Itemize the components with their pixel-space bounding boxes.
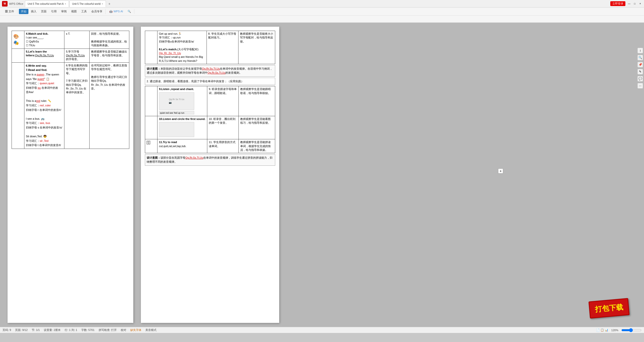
read-find: 7.Read and find. <box>26 68 63 72</box>
right-table: Get up and run.🏃 学习词汇：up,run 归纳字母u在单词中的发… <box>145 31 275 64</box>
status-cursor: 行: 1 列: 1 <box>65 328 77 332</box>
tab-1-label: Unit 5 The colourful world Part A <box>28 3 64 5</box>
table-row: 6.Write and say. 7.Read and find. She is… <box>12 62 129 149</box>
cell-teacher-chant: 教师观察学生是否能跟唱歌谣，给与指导和鼓励。 <box>239 86 275 116</box>
ruler-vocab: 学习词汇：red ,ruler <box>26 103 63 108</box>
zoom-slider[interactable] <box>621 328 641 332</box>
cell-circle: 10.Listen and circle the first sound. <box>157 116 207 139</box>
status-font[interactable]: 缺失字体 <box>130 328 141 332</box>
learn-letters-title: 5.Let's learn the letters:Qq,Rr,Ss,Tt,Uu <box>26 50 63 58</box>
checkbox-qq: ☐ QqRrSs <box>26 40 63 44</box>
tab-view[interactable]: 视图 <box>69 9 79 14</box>
circle-image <box>159 122 194 137</box>
zoom-level: 120% <box>611 329 618 332</box>
tab-2-close[interactable]: × <box>102 3 103 5</box>
right-section2-table: 9.Listen ,repeat and chant. Qq Rr Ss Tt … <box>145 86 275 153</box>
app-name: WPS Office <box>9 2 23 5</box>
run-vocab: 学习词汇：up,run <box>159 36 205 39</box>
sidebar-btn-dots[interactable]: ··· <box>637 83 643 89</box>
left-table: 🎨🎭 4.Watch and tick. I can see____. ☐ Qq… <box>12 31 129 149</box>
design-label-2: 设计意图： <box>147 156 160 159</box>
ribbon-tabs: 开始 插入 页面 引用 审阅 视图 工具 会员专享 <box>18 9 106 14</box>
sidebar-btn-2[interactable]: 🔍 <box>637 55 643 60</box>
table-row: 🅂 11.Try to read cut,quit,rat,set,tap,tu… <box>145 139 275 153</box>
ted-sentence: Sit down,Ted. 🧒 <box>26 134 63 139</box>
cell-empty2 <box>12 62 24 149</box>
sidebar-btn-3[interactable]: 📌 <box>637 62 643 67</box>
status-wordcount: 字数: 5701 <box>81 328 95 332</box>
table-row: 🎨🎭 4.Watch and tick. I can see____. ☐ Qq… <box>12 31 129 49</box>
section2-header: 2. 通过跟读、跟唱歌谣，看图连线，巩固了字母在单词中的发音；（应用实践） <box>145 78 275 85</box>
right-sidebar: ↕ 🔍 📌 ✎ 💬 ··· <box>637 48 643 89</box>
statusbar-right: 📄 📋 📊 120% <box>596 328 641 332</box>
toolbar <box>0 16 644 23</box>
tab-member[interactable]: 会员专享 <box>89 9 104 14</box>
cell-right-empty1 <box>145 31 157 64</box>
search-button[interactable]: 🔍 <box>126 9 133 14</box>
view-icons: 📄 📋 📊 <box>596 328 608 332</box>
add-tab-button[interactable]: + <box>106 1 112 7</box>
chant-image-placeholder: Qq Rr Ss Tt Uu📷 <box>169 98 184 104</box>
login-button[interactable]: 立即登录 <box>610 1 625 6</box>
titlebar: W WPS Office Unit 5 The colourful world … <box>0 0 644 8</box>
try-read-words: cut,quit,rat,set,tap,tub. <box>159 144 206 148</box>
table-row: 10.Listen and circle the first sound. 10… <box>145 116 275 139</box>
chant-image: Qq Rr Ss Tt Uu📷 <box>159 92 194 110</box>
status-page: 页码: 9 <box>3 328 11 332</box>
queen-vocab: 学习词汇：queen,quiet <box>26 81 63 86</box>
maximize-button[interactable]: □ <box>633 2 636 6</box>
main-content: 🎨🎭 4.Watch and tick. I can see____. ☐ Qq… <box>0 23 644 327</box>
tab-1-close[interactable]: × <box>65 3 66 5</box>
tab-1[interactable]: Unit 5 The colourful world Part A × <box>25 1 69 7</box>
tab-reference[interactable]: 引用 <box>49 9 59 14</box>
cell-student-chant: 9. 听录音跟读字母和单词，跟唱歌谣。 <box>207 86 239 116</box>
circle-title: 10.Listen and circle the first sound. <box>159 117 206 121</box>
table-row: Get up and run.🏃 学习词汇：up,run 归纳字母u在单词中的发… <box>145 31 275 64</box>
qu-rule: 归纳字母 qu 在单词中的发音/kw/ <box>26 86 63 95</box>
add-row-button[interactable]: + <box>498 168 503 174</box>
ruler-sentence: This is ared ruler. 📏 <box>26 99 63 103</box>
tab-tools[interactable]: 工具 <box>79 9 89 14</box>
can-see-text: I can see____. <box>26 36 63 39</box>
sidebar-btn-1[interactable]: ↕ <box>637 48 643 53</box>
run-text: Get up and run.🏃 <box>159 32 205 36</box>
cell-watch-tick: 4.Watch and tick. I can see____. ☐ QqRrS… <box>24 31 64 49</box>
u-rule: 归纳字母u在单词中的发音/a/ <box>159 40 205 44</box>
download-stamp[interactable]: 打包下载 <box>588 298 629 319</box>
status-proofread[interactable]: 校对 <box>121 328 126 332</box>
cell-student-circle: 10. 听录音，圈出听到的第一个发音。 <box>207 116 239 139</box>
tab-review[interactable]: 审阅 <box>59 9 69 14</box>
table-row: 5.Let's learn the letters:Qq,Rr,Ss,Tt,Uu… <box>12 49 129 62</box>
cell-learn-phonics: 5.学习字母Qq,Rr,Ss,Tt,Uu 的字母音。 <box>64 49 90 62</box>
tab-page[interactable]: 页面 <box>39 9 49 14</box>
tab-2[interactable]: Unit 5 The colourful world × <box>69 1 106 7</box>
sidebar-btn-5[interactable]: 💬 <box>637 76 643 81</box>
match-story: Big Qand small q are friends.I'm Big R,S… <box>159 55 205 63</box>
cell-empty1 <box>12 49 24 62</box>
cell-see-icon: 🎨🎭 <box>12 31 24 49</box>
chant-title: 9.Listen ,repeat and chant. <box>159 87 206 91</box>
sidebar-btn-4[interactable]: ✎ <box>637 69 643 74</box>
close-button[interactable]: × <box>638 2 642 6</box>
minimize-button[interactable]: — <box>627 2 631 6</box>
table-row: 9.Listen ,repeat and chant. Qq Rr Ss Tt … <box>145 86 275 116</box>
status-spell: 拼写检查: 打开 <box>99 328 117 332</box>
bus-vocab: 学习词汇：see, bus <box>26 121 63 125</box>
cell-write-read: 6.Write and say. 7.Read and find. She is… <box>24 62 64 149</box>
file-menu[interactable]: ☰ 文件 <box>3 9 16 14</box>
tab-start[interactable]: 开始 <box>19 9 28 14</box>
ribbon: ☰ 文件 开始 插入 页面 引用 审阅 视图 工具 会员专享 🤖 WPS AI … <box>0 8 644 16</box>
tab-insert[interactable]: 插入 <box>29 9 38 14</box>
cell-teacher-read: 教师观察学生是否能拼读单词，根据学生完成的情况，给与指导和表扬。 <box>239 139 275 153</box>
tab-list: Unit 5 The colourful world Part A × Unit… <box>25 1 609 7</box>
t-rule: 归纳字母 t 在单词中的发音/t/ <box>26 143 63 148</box>
queen-sentence: She is a queen .The queen says "Be quiet… <box>26 72 63 81</box>
try-read-title: 11.Try to read <box>159 140 206 144</box>
r-rule: 归纳字母 r 在单词中的发音/r/ <box>26 108 63 112</box>
status-view[interactable]: 美音模式 <box>145 328 156 332</box>
cell-student-read: 11. 学生用拼音的方式读单词。 <box>207 139 239 153</box>
design-label-1: 设计意图： <box>147 67 160 70</box>
design-note-1: 设计意图：本阶段的活动旨在让学生发现字母Qq,Rr,Ss,Tt,Uu在单词中的发… <box>145 65 275 77</box>
wps-ai-button[interactable]: 🤖 WPS AI <box>107 9 125 14</box>
wps-icon-small: 🅂 <box>147 140 156 145</box>
